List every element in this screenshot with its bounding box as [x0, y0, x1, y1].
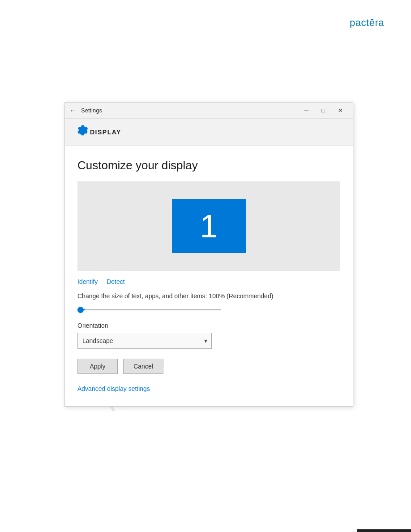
- page-title: Customize your display: [77, 159, 340, 172]
- apply-button[interactable]: Apply: [77, 359, 118, 374]
- maximize-button[interactable]: □: [315, 104, 331, 117]
- scale-label: Change the size of text, apps, and other…: [77, 292, 340, 300]
- settings-window: ← Settings ─ □ ✕ DISPLAY Customize your …: [64, 102, 353, 407]
- detect-link[interactable]: Detect: [107, 278, 124, 285]
- window-title: Settings: [81, 107, 298, 114]
- orientation-select-wrapper: Landscape Portrait Landscape (flipped) P…: [77, 333, 212, 349]
- display-preview: 1: [77, 181, 340, 271]
- scale-slider[interactable]: [77, 309, 221, 310]
- pactera-logo-text: pactēra: [350, 17, 384, 28]
- minimize-button[interactable]: ─: [298, 104, 314, 117]
- cancel-button[interactable]: Cancel: [123, 359, 163, 374]
- back-button[interactable]: ←: [69, 107, 77, 115]
- pactera-logo: pactēra: [350, 17, 384, 29]
- display-links: Identify Detect: [77, 278, 340, 285]
- display-header: DISPLAY: [65, 119, 353, 146]
- orientation-select[interactable]: Landscape Portrait Landscape (flipped) P…: [77, 333, 212, 349]
- orientation-label: Orientation: [77, 322, 340, 329]
- monitor-tile: 1: [172, 199, 246, 253]
- window-controls: ─ □ ✕: [298, 104, 348, 117]
- identify-link[interactable]: Identify: [77, 278, 98, 285]
- title-bar: ← Settings ─ □ ✕: [65, 103, 353, 119]
- bottom-bar: [357, 529, 411, 532]
- monitor-number: 1: [200, 208, 218, 245]
- display-header-title: DISPLAY: [90, 129, 121, 136]
- slider-container: [77, 304, 340, 312]
- advanced-display-link[interactable]: Advanced display settings: [77, 385, 150, 392]
- settings-content: Customize your display 1 Identify Detect…: [65, 146, 353, 406]
- close-button[interactable]: ✕: [332, 104, 348, 117]
- gear-icon: [74, 124, 90, 140]
- buttons-row: Apply Cancel: [77, 359, 340, 374]
